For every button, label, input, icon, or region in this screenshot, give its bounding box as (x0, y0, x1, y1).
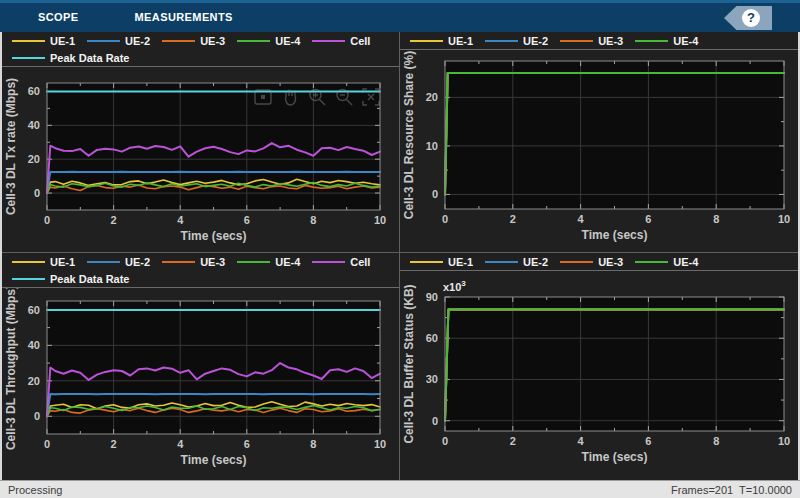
legend-label: UE-1 (448, 35, 473, 47)
chart-buffer-status[interactable]: 02468100306090Time (secs)Cell-3 DL Buffe… (400, 271, 798, 479)
x-tick-label: 2 (111, 214, 117, 226)
x-tick-label: 4 (578, 435, 585, 447)
x-axis-label: Time (secs) (181, 453, 247, 467)
y-axis-label: Cell-3 DL Tx rate (Mbps) (4, 78, 18, 215)
legend-item-ue-1[interactable]: UE-1 (12, 254, 75, 270)
chart-resource-share[interactable]: 024681001020Time (secs)Cell-3 DL Resourc… (400, 50, 798, 251)
legend-label: UE-4 (673, 256, 698, 268)
x-tick-label: 6 (244, 438, 250, 450)
x-tick-label: 2 (510, 213, 516, 225)
legend-line-swatch (410, 40, 443, 42)
scope-window: SCOPE MEASUREMENTS ? UE-1UE-2UE-3UE-4Cel… (0, 0, 800, 498)
legend-item-cell[interactable]: Cell (312, 33, 370, 49)
legend-item-ue-2[interactable]: UE-2 (87, 33, 150, 49)
panel-throughput: UE-1UE-2UE-3UE-4CellPeak Data Rate 02468… (2, 253, 399, 480)
tab-scope[interactable]: SCOPE (24, 3, 93, 32)
y-tick-label: 20 (28, 153, 40, 165)
legend-item-ue-4[interactable]: UE-4 (635, 254, 698, 270)
panel-resource-share: UE-1UE-2UE-3UE-4 024681001020Time (secs)… (400, 32, 798, 252)
legend-line-swatch (162, 261, 195, 263)
legend-line-swatch (312, 261, 345, 263)
y-tick-label: 60 (426, 332, 438, 344)
y-tick-label: 0 (432, 188, 438, 200)
legend-label: Peak Data Rate (50, 273, 130, 285)
legend-item-ue-3[interactable]: UE-3 (560, 33, 623, 49)
legend-item-ue-2[interactable]: UE-2 (485, 33, 548, 49)
legend-item-ue-3[interactable]: UE-3 (162, 33, 225, 49)
legend-line-swatch (560, 40, 593, 42)
legend-label: UE-1 (448, 256, 473, 268)
plot-grid: UE-1UE-2UE-3UE-4CellPeak Data Rate 02468… (0, 32, 800, 480)
legend-label: UE-3 (200, 256, 225, 268)
pan-icon[interactable] (279, 86, 301, 108)
status-message: Processing (8, 484, 62, 496)
legend-item-ue-2[interactable]: UE-2 (87, 254, 150, 270)
x-tick-label: 8 (713, 213, 719, 225)
panel-buffer-status: UE-1UE-2UE-3UE-4 02468100306090Time (sec… (400, 253, 798, 480)
x-tick-label: 6 (645, 435, 651, 447)
x-tick-label: 0 (442, 435, 448, 447)
legend-item-peak-data-rate[interactable]: Peak Data Rate (12, 271, 130, 287)
x-tick-label: 0 (44, 214, 50, 226)
legend-item-ue-4[interactable]: UE-4 (635, 33, 698, 49)
y-tick-label: 20 (426, 91, 438, 103)
toolstrip: SCOPE MEASUREMENTS ? (0, 0, 800, 32)
legend-label: UE-4 (673, 35, 698, 47)
x-tick-label: 2 (111, 438, 117, 450)
x-tick-label: 4 (578, 213, 585, 225)
plot-area[interactable] (445, 61, 784, 209)
legend-label: UE-2 (523, 35, 548, 47)
legend-line-swatch (635, 261, 668, 263)
x-tick-label: 4 (177, 438, 184, 450)
x-tick-label: 0 (44, 438, 50, 450)
frame-counter: Frames=201 T=10.0000 (671, 484, 792, 496)
legend-label: UE-1 (50, 35, 75, 47)
legend-item-ue-1[interactable]: UE-1 (410, 254, 473, 270)
y-tick-label: 40 (28, 339, 40, 351)
help-banner: ? (724, 6, 772, 30)
legend-line-swatch (237, 40, 270, 42)
legend-item-ue-3[interactable]: UE-3 (560, 254, 623, 270)
y-tick-label: 0 (432, 415, 438, 427)
x-axis-label: Time (secs) (582, 228, 648, 242)
help-icon[interactable]: ? (742, 9, 760, 27)
zoom-out-icon[interactable] (333, 86, 355, 108)
legend-item-ue-3[interactable]: UE-3 (162, 254, 225, 270)
legend-line-swatch (87, 40, 120, 42)
legend-item-ue-1[interactable]: UE-1 (410, 33, 473, 49)
legend-label: UE-2 (523, 256, 548, 268)
legend-item-ue-4[interactable]: UE-4 (237, 254, 300, 270)
legend-line-swatch (12, 278, 45, 280)
legend-label: UE-3 (598, 35, 623, 47)
y-tick-label: 0 (34, 410, 40, 422)
restore-view-icon[interactable] (252, 86, 274, 108)
legend-line-swatch (485, 40, 518, 42)
legend-label: Cell (350, 35, 370, 47)
legend-line-swatch (12, 57, 45, 59)
x-tick-label: 6 (244, 214, 250, 226)
tab-measurements[interactable]: MEASUREMENTS (121, 3, 247, 32)
legend-item-peak-data-rate[interactable]: Peak Data Rate (12, 50, 130, 66)
plot-area[interactable] (445, 297, 784, 431)
legend-line-swatch (237, 261, 270, 263)
status-bar: Processing Frames=201 T=10.0000 (0, 480, 800, 498)
chart-throughput[interactable]: 02468100204060Time (secs)Cell-3 DL Throu… (2, 288, 399, 479)
legend-label: UE-1 (50, 256, 75, 268)
y-tick-label: 90 (426, 291, 438, 303)
zoom-in-icon[interactable] (306, 86, 328, 108)
legend-item-ue-2[interactable]: UE-2 (485, 254, 548, 270)
legend-buffer-status: UE-1UE-2UE-3UE-4 (400, 253, 798, 271)
legend-resource-share: UE-1UE-2UE-3UE-4 (400, 32, 798, 50)
legend-line-swatch (12, 40, 45, 42)
legend-item-ue-1[interactable]: UE-1 (12, 33, 75, 49)
x-tick-label: 0 (442, 213, 448, 225)
y-axis-label: Cell-3 DL Throughput (Mbps) (4, 288, 18, 450)
legend-item-cell[interactable]: Cell (312, 254, 370, 270)
legend-item-ue-4[interactable]: UE-4 (237, 33, 300, 49)
plot-area[interactable] (47, 301, 380, 434)
legend-line-swatch (485, 261, 518, 263)
y-tick-label: 10 (426, 140, 438, 152)
x-tick-label: 6 (645, 213, 651, 225)
legend-label: UE-4 (275, 256, 300, 268)
fit-to-view-icon[interactable] (360, 86, 382, 108)
